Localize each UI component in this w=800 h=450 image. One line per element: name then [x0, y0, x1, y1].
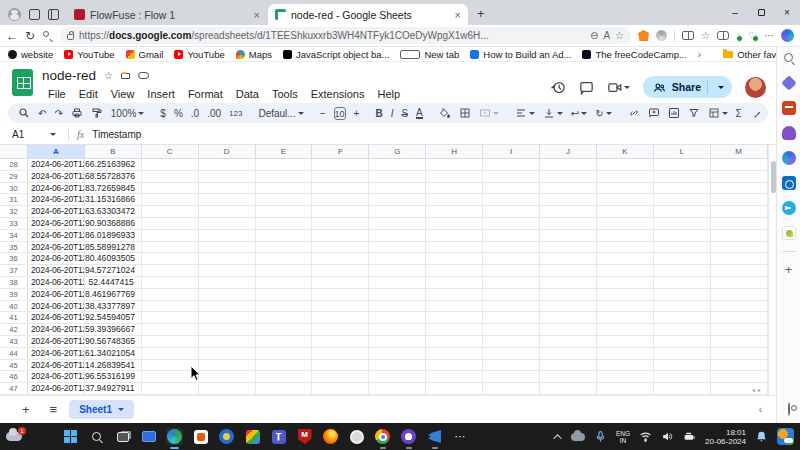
empty-cell[interactable]	[483, 265, 540, 276]
sidebar-add-icon[interactable]: +	[782, 263, 796, 277]
empty-cell[interactable]	[142, 242, 199, 253]
sidebar-tools-icon[interactable]	[782, 101, 796, 115]
cell-b35[interactable]: 85.58991278	[85, 242, 142, 253]
sidebar-settings-icon[interactable]	[788, 403, 790, 415]
row-header[interactable]: 32	[0, 206, 28, 217]
empty-cell[interactable]	[256, 289, 313, 300]
zoom-out-icon[interactable]: ⊖	[590, 30, 598, 41]
empty-cell[interactable]	[142, 301, 199, 312]
empty-cell[interactable]	[597, 159, 654, 170]
empty-cell[interactable]	[483, 348, 540, 359]
empty-cell[interactable]	[256, 206, 313, 217]
cell-b43[interactable]: 90.56748365	[85, 336, 142, 347]
column-header-e[interactable]: E	[256, 145, 313, 159]
cell-b30[interactable]: 83.72659845	[85, 183, 142, 194]
empty-cell[interactable]	[426, 324, 483, 335]
column-header-j[interactable]: J	[540, 145, 597, 159]
empty-cell[interactable]	[142, 383, 199, 394]
empty-cell[interactable]	[597, 383, 654, 394]
empty-cell[interactable]	[142, 183, 199, 194]
empty-cell[interactable]	[426, 253, 483, 264]
empty-cell[interactable]	[312, 324, 369, 335]
empty-cell[interactable]	[369, 312, 426, 323]
empty-cell[interactable]	[426, 360, 483, 371]
row-header[interactable]: 36	[0, 253, 28, 264]
empty-cell[interactable]	[369, 348, 426, 359]
sidebar-telegram-icon[interactable]	[782, 201, 796, 215]
column-header-f[interactable]: F	[312, 145, 369, 159]
empty-cell[interactable]	[597, 301, 654, 312]
format-percent-icon[interactable]: %	[174, 108, 183, 119]
empty-cell[interactable]	[483, 159, 540, 170]
empty-cell[interactable]	[142, 336, 199, 347]
doc-title[interactable]: node-red	[42, 68, 96, 83]
column-header-d[interactable]: D	[199, 145, 256, 159]
empty-cell[interactable]	[256, 312, 313, 323]
empty-cell[interactable]	[654, 242, 711, 253]
share-dropdown-icon[interactable]	[718, 86, 724, 89]
back-button[interactable]: ←	[6, 29, 18, 43]
collapse-toolbar-icon[interactable]	[754, 112, 760, 118]
cell-a29[interactable]: 2024-06-20T12:2	[28, 171, 85, 182]
empty-cell[interactable]	[199, 360, 256, 371]
empty-cell[interactable]	[142, 277, 199, 288]
taskbar-start-icon[interactable]	[62, 428, 79, 445]
row-header[interactable]: 29	[0, 171, 28, 182]
empty-cell[interactable]	[142, 218, 199, 229]
empty-cell[interactable]	[711, 265, 768, 276]
empty-cell[interactable]	[540, 360, 597, 371]
empty-cell[interactable]	[711, 253, 768, 264]
sidebar-search-icon[interactable]	[782, 51, 796, 65]
cell-a44[interactable]: 2024-06-20T12:2	[28, 348, 85, 359]
taskbar-teams-icon[interactable]	[270, 428, 287, 445]
empty-cell[interactable]	[711, 159, 768, 170]
text-rotation-icon[interactable]: ↻	[595, 108, 611, 119]
empty-cell[interactable]	[597, 171, 654, 182]
empty-cell[interactable]	[256, 277, 313, 288]
menu-help[interactable]: Help	[371, 87, 406, 101]
row-header[interactable]: 47	[0, 383, 28, 394]
font-size-input[interactable]: 10	[334, 107, 346, 120]
taskbar-app-light-icon[interactable]	[348, 428, 365, 445]
empty-cell[interactable]	[426, 371, 483, 382]
menu-data[interactable]: Data	[230, 87, 265, 101]
bookmark-item[interactable]: YouTube	[174, 49, 224, 60]
cell-b31[interactable]: 31.15316866	[85, 194, 142, 205]
column-header-l[interactable]: L	[654, 145, 711, 159]
cell-a34[interactable]: 2024-06-20T12:2	[28, 230, 85, 241]
empty-cell[interactable]	[426, 277, 483, 288]
column-header-b[interactable]: B	[85, 145, 142, 159]
empty-cell[interactable]	[711, 218, 768, 229]
empty-cell[interactable]	[199, 371, 256, 382]
sidebar-copilot2-icon[interactable]	[782, 151, 796, 165]
empty-cell[interactable]	[483, 277, 540, 288]
cell-a39[interactable]: 2024-06-20T12:2	[28, 289, 85, 300]
empty-cell[interactable]	[597, 312, 654, 323]
select-all-corner[interactable]	[0, 145, 28, 159]
empty-cell[interactable]	[483, 206, 540, 217]
cloud-status-icon[interactable]	[138, 70, 149, 81]
table-views-icon[interactable]	[708, 107, 728, 119]
cell-b34[interactable]: 86.01896933	[85, 230, 142, 241]
empty-cell[interactable]	[483, 301, 540, 312]
maximize-button[interactable]	[748, 0, 774, 25]
empty-cell[interactable]	[597, 371, 654, 382]
empty-cell[interactable]	[711, 324, 768, 335]
empty-cell[interactable]	[369, 277, 426, 288]
menu-extensions[interactable]: Extensions	[305, 87, 371, 101]
empty-cell[interactable]	[654, 183, 711, 194]
empty-cell[interactable]	[312, 312, 369, 323]
empty-cell[interactable]	[142, 289, 199, 300]
empty-cell[interactable]	[312, 371, 369, 382]
cell-b45[interactable]: 14.26839541	[85, 360, 142, 371]
share-button[interactable]: Share	[643, 76, 732, 98]
sidebar-shopping-icon[interactable]	[781, 75, 796, 90]
empty-cell[interactable]	[312, 194, 369, 205]
empty-cell[interactable]	[312, 348, 369, 359]
empty-cell[interactable]	[483, 336, 540, 347]
taskbar-clock[interactable]: 18:0120-06-2024	[705, 428, 746, 446]
empty-cell[interactable]	[142, 324, 199, 335]
empty-cell[interactable]	[199, 218, 256, 229]
empty-cell[interactable]	[540, 159, 597, 170]
empty-cell[interactable]	[540, 242, 597, 253]
